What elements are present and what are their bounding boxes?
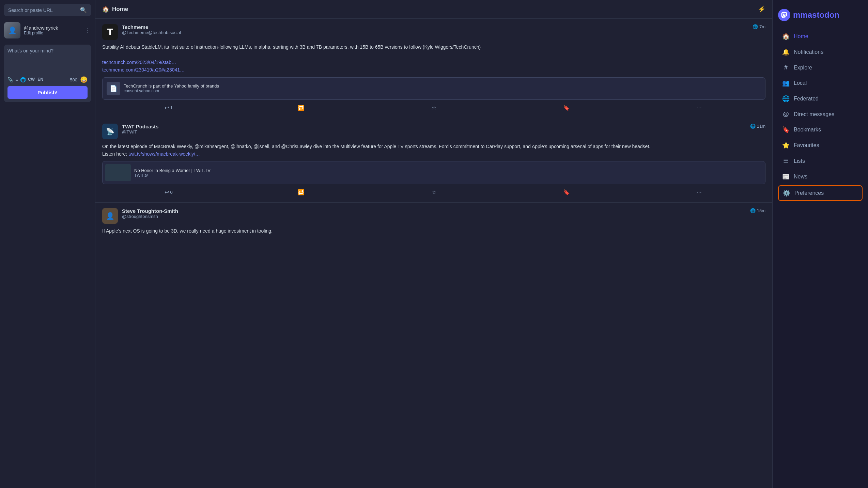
home-icon: 🏠	[102, 6, 109, 13]
favourite-button[interactable]: ☆	[368, 188, 500, 197]
profile-section: 👤 @andrewmyrick Edit profile ⋮	[4, 20, 91, 41]
sidebar-item-direct-messages[interactable]: @ Direct messages	[778, 107, 863, 121]
sidebar-item-home[interactable]: 🏠 Home	[778, 29, 863, 44]
post-time: 🌐 7m	[753, 24, 765, 29]
search-bar[interactable]: 🔍	[4, 4, 91, 16]
more-icon: ⋯	[696, 105, 702, 111]
sidebar-item-label: Notifications	[794, 49, 823, 55]
link-preview-title: No Honor In Being a Worrier | TWiT.TV	[134, 168, 762, 173]
left-sidebar: 🔍 👤 @andrewmyrick Edit profile ⋮ 📎 ≡ 🌐 C…	[0, 0, 95, 488]
link-preview-icon: 📄	[107, 82, 120, 95]
search-input[interactable]	[8, 7, 77, 13]
post-link-2[interactable]: techmeme.com/230419/p20#a23041…	[102, 67, 185, 73]
sidebar-item-label: News	[794, 174, 807, 180]
star-icon: ⭐	[782, 142, 790, 149]
avatar: T	[102, 24, 118, 40]
right-sidebar: mmastodon 🏠 Home 🔔 Notifications # Explo…	[773, 0, 868, 488]
sidebar-item-news[interactable]: 📰 News	[778, 170, 863, 184]
compose-textarea[interactable]	[7, 48, 88, 72]
attach-icon[interactable]: 📎	[7, 77, 13, 82]
lang-button[interactable]: EN	[37, 77, 43, 82]
favourite-button[interactable]: ☆	[368, 103, 500, 112]
boost-button[interactable]: 🔁	[235, 188, 367, 197]
post-actions: ↩ 1 🔁 ☆ 🔖 ⋯	[102, 103, 765, 112]
reply-icon: ↩	[165, 105, 169, 111]
news-icon: 📰	[782, 173, 790, 180]
boost-icon: 🔁	[298, 105, 305, 111]
more-button[interactable]: ⋯	[633, 103, 765, 112]
post-meta: TWiT Podcasts @TWiT	[122, 124, 746, 135]
home-icon: 🏠	[782, 33, 790, 40]
profile-edit-link[interactable]: Edit profile	[24, 31, 81, 35]
hashtag-icon: #	[782, 64, 790, 71]
post-body: On the latest episode of MacBreak Weekly…	[102, 143, 765, 158]
sidebar-item-bookmarks[interactable]: 🔖 Bookmarks	[778, 123, 863, 137]
sidebar-item-local[interactable]: 👥 Local	[778, 76, 863, 90]
bookmark-button[interactable]: 🔖	[500, 103, 633, 112]
sidebar-item-label: Explore	[794, 65, 812, 71]
sidebar-item-label: Direct messages	[794, 111, 834, 117]
post-header: T Techmeme @Techmeme@techhub.social 🌐 7m	[102, 24, 765, 40]
link-preview-info: TechCrunch is part of the Yahoo family o…	[124, 83, 219, 93]
bell-icon: 🔔	[782, 48, 790, 56]
thumb-1	[105, 164, 131, 181]
reply-button[interactable]: ↩ 0	[102, 188, 235, 197]
post-header: 📡 TWiT Podcasts @TWiT 🌐 11m	[102, 124, 765, 139]
sidebar-item-notifications[interactable]: 🔔 Notifications	[778, 45, 863, 59]
globe-icon[interactable]: 🌐	[20, 77, 26, 82]
profile-username: @andrewmyrick	[24, 25, 81, 31]
emoji-button[interactable]: 😄	[80, 76, 88, 83]
bookmark-icon: 🔖	[563, 105, 570, 111]
search-icon: 🔍	[80, 7, 87, 13]
post-time: 🌐 15m	[750, 208, 765, 213]
table-row: 📡 TWiT Podcasts @TWiT 🌐 11m On the lates…	[95, 118, 772, 203]
sidebar-item-label: Favourites	[794, 142, 819, 148]
list-icon: ☰	[782, 157, 790, 165]
sidebar-item-federated[interactable]: 🌐 Federated	[778, 92, 863, 106]
publish-button[interactable]: Publish!	[7, 86, 88, 99]
bookmark-icon: 🔖	[782, 126, 790, 133]
globe-icon: 🌐	[750, 124, 756, 129]
post-link-1[interactable]: techcrunch.com/2023/04/19/stab…	[102, 60, 176, 65]
post-body: If Apple's next OS is going to be 3D, we…	[102, 227, 765, 235]
bookmark-button[interactable]: 🔖	[500, 188, 633, 197]
filter-icon[interactable]: ⚡	[758, 5, 765, 13]
main-feed: 🏠 Home ⚡ T Techmeme @Techmeme@techhub.so…	[95, 0, 773, 488]
post-author-name: Steve Troughton-Smith	[122, 208, 746, 214]
post-body: Stability AI debuts StableLM, its first …	[102, 43, 765, 74]
twit-preview-thumbs	[105, 164, 131, 181]
profile-menu-button[interactable]: ⋮	[85, 27, 91, 34]
link-preview: 📄 TechCrunch is part of the Yahoo family…	[102, 77, 765, 100]
more-icon: ⋯	[696, 189, 702, 195]
avatar: 📡	[102, 124, 118, 139]
post-author-handle: @TWiT	[122, 129, 746, 135]
feed-title: 🏠 Home	[102, 6, 128, 13]
reply-button[interactable]: ↩ 1	[102, 103, 235, 112]
link-preview-domain: TWiT.tv	[134, 173, 762, 178]
boost-button[interactable]: 🔁	[235, 103, 367, 112]
link-preview: No Honor In Being a Worrier | TWiT.TV TW…	[102, 161, 765, 184]
steve-avatar: 👤	[102, 208, 118, 224]
people-icon: 👥	[782, 79, 790, 87]
post-listen-link[interactable]: twit.tv/shows/macbreak-weekly/…	[128, 151, 200, 157]
star-icon: ☆	[432, 189, 436, 195]
sidebar-item-label: Home	[794, 33, 808, 40]
table-row: T Techmeme @Techmeme@techhub.social 🌐 7m…	[95, 19, 772, 118]
sidebar-item-favourites[interactable]: ⭐ Favourites	[778, 138, 863, 153]
compose-box: 📎 ≡ 🌐 CW EN 500 😄 Publish!	[4, 45, 91, 102]
post-author-handle: @Techmeme@techhub.social	[122, 30, 748, 35]
sidebar-item-explore[interactable]: # Explore	[778, 61, 863, 75]
sidebar-item-lists[interactable]: ☰ Lists	[778, 154, 863, 168]
post-header: 👤 Steve Troughton-Smith @stroughtonsmith…	[102, 208, 765, 224]
feed-content: T Techmeme @Techmeme@techhub.social 🌐 7m…	[95, 19, 772, 488]
char-count: 500	[70, 77, 77, 82]
format-icon[interactable]: ≡	[15, 77, 18, 82]
boost-icon: 🔁	[298, 189, 305, 195]
sidebar-item-preferences[interactable]: ⚙️ Preferences	[778, 185, 863, 201]
post-time: 🌐 11m	[750, 124, 765, 129]
more-button[interactable]: ⋯	[633, 188, 765, 197]
table-row: 👤 Steve Troughton-Smith @stroughtonsmith…	[95, 203, 772, 244]
techmeme-avatar: T	[102, 24, 118, 40]
compose-toolbar: 📎 ≡ 🌐 CW EN 500 😄	[7, 76, 88, 83]
cw-button[interactable]: CW	[28, 77, 35, 82]
